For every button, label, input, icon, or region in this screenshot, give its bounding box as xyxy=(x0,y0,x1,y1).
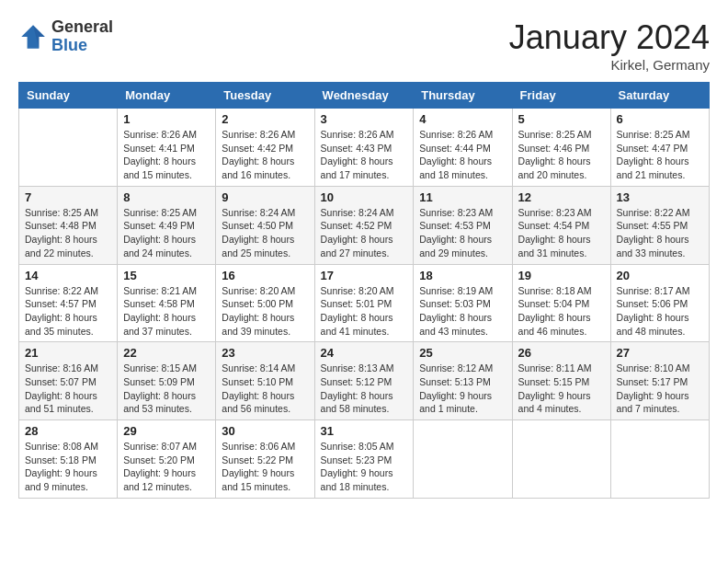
calendar-cell: 19Sunrise: 8:18 AM Sunset: 5:04 PM Dayli… xyxy=(512,264,610,342)
calendar-cell: 13Sunrise: 8:22 AM Sunset: 4:55 PM Dayli… xyxy=(610,186,709,264)
day-number: 19 xyxy=(518,269,605,282)
calendar-cell: 23Sunrise: 8:14 AM Sunset: 5:10 PM Dayli… xyxy=(216,342,314,420)
calendar-cell: 6Sunrise: 8:25 AM Sunset: 4:47 PM Daylig… xyxy=(610,109,709,187)
day-number: 31 xyxy=(321,424,408,438)
day-number: 9 xyxy=(222,190,308,204)
month-title: January 2024 xyxy=(509,18,710,57)
day-info: Sunrise: 8:23 AM Sunset: 4:54 PM Dayligh… xyxy=(518,206,605,260)
logo: General Blue xyxy=(18,18,113,55)
day-info: Sunrise: 8:25 AM Sunset: 4:46 PM Dayligh… xyxy=(518,128,605,182)
calendar-cell: 2Sunrise: 8:26 AM Sunset: 4:42 PM Daylig… xyxy=(216,109,314,187)
day-info: Sunrise: 8:11 AM Sunset: 5:15 PM Dayligh… xyxy=(518,362,605,416)
calendar-cell: 20Sunrise: 8:17 AM Sunset: 5:06 PM Dayli… xyxy=(610,264,709,342)
day-info: Sunrise: 8:23 AM Sunset: 4:53 PM Dayligh… xyxy=(419,206,506,260)
day-number: 11 xyxy=(419,190,506,204)
calendar-cell: 9Sunrise: 8:24 AM Sunset: 4:50 PM Daylig… xyxy=(216,186,314,264)
day-number: 6 xyxy=(617,112,703,126)
day-info: Sunrise: 8:07 AM Sunset: 5:20 PM Dayligh… xyxy=(123,440,210,494)
day-info: Sunrise: 8:08 AM Sunset: 5:18 PM Dayligh… xyxy=(25,440,111,494)
calendar-cell: 11Sunrise: 8:23 AM Sunset: 4:53 PM Dayli… xyxy=(414,186,512,264)
day-number: 1 xyxy=(123,112,210,126)
page-header: General Blue January 2024 Kirkel, German… xyxy=(18,18,710,73)
day-info: Sunrise: 8:25 AM Sunset: 4:47 PM Dayligh… xyxy=(617,128,703,182)
logo-general-text: General xyxy=(51,18,113,37)
calendar-cell: 28Sunrise: 8:08 AM Sunset: 5:18 PM Dayli… xyxy=(19,420,118,499)
calendar-cell: 1Sunrise: 8:26 AM Sunset: 4:41 PM Daylig… xyxy=(118,109,216,187)
day-number: 10 xyxy=(321,190,408,204)
day-info: Sunrise: 8:26 AM Sunset: 4:42 PM Dayligh… xyxy=(222,128,308,182)
day-number: 12 xyxy=(518,190,605,204)
calendar-cell: 17Sunrise: 8:20 AM Sunset: 5:01 PM Dayli… xyxy=(314,264,414,342)
day-info: Sunrise: 8:22 AM Sunset: 4:57 PM Dayligh… xyxy=(25,284,111,339)
calendar-cell: 10Sunrise: 8:24 AM Sunset: 4:52 PM Dayli… xyxy=(314,186,414,264)
title-block: January 2024 Kirkel, Germany xyxy=(509,18,710,73)
calendar-cell: 31Sunrise: 8:05 AM Sunset: 5:23 PM Dayli… xyxy=(314,420,414,499)
weekday-header: Tuesday xyxy=(216,83,314,109)
calendar-cell: 16Sunrise: 8:20 AM Sunset: 5:00 PM Dayli… xyxy=(216,264,314,342)
day-info: Sunrise: 8:10 AM Sunset: 5:17 PM Dayligh… xyxy=(617,362,703,416)
calendar-cell: 25Sunrise: 8:12 AM Sunset: 5:13 PM Dayli… xyxy=(414,342,512,420)
calendar-cell: 7Sunrise: 8:25 AM Sunset: 4:48 PM Daylig… xyxy=(19,186,118,264)
calendar-cell: 21Sunrise: 8:16 AM Sunset: 5:07 PM Dayli… xyxy=(19,342,118,420)
day-number: 3 xyxy=(321,112,408,126)
day-number: 22 xyxy=(123,346,210,360)
weekday-header: Saturday xyxy=(610,83,709,109)
calendar-cell: 5Sunrise: 8:25 AM Sunset: 4:46 PM Daylig… xyxy=(512,109,610,187)
day-number: 29 xyxy=(123,424,210,438)
day-info: Sunrise: 8:14 AM Sunset: 5:10 PM Dayligh… xyxy=(222,362,308,416)
day-number: 28 xyxy=(25,424,111,438)
day-info: Sunrise: 8:26 AM Sunset: 4:41 PM Dayligh… xyxy=(123,128,210,182)
calendar-cell xyxy=(610,420,709,499)
calendar-week-row: 7Sunrise: 8:25 AM Sunset: 4:48 PM Daylig… xyxy=(19,186,710,264)
day-info: Sunrise: 8:15 AM Sunset: 5:09 PM Dayligh… xyxy=(123,362,210,416)
day-number: 30 xyxy=(222,424,308,438)
calendar-week-row: 28Sunrise: 8:08 AM Sunset: 5:18 PM Dayli… xyxy=(19,420,710,499)
day-info: Sunrise: 8:21 AM Sunset: 4:58 PM Dayligh… xyxy=(123,284,210,339)
day-number: 2 xyxy=(222,112,308,126)
weekday-header-row: SundayMondayTuesdayWednesdayThursdayFrid… xyxy=(19,83,710,109)
location-text: Kirkel, Germany xyxy=(509,57,710,73)
day-number: 18 xyxy=(419,269,506,282)
calendar-cell: 30Sunrise: 8:06 AM Sunset: 5:22 PM Dayli… xyxy=(216,420,314,499)
weekday-header: Thursday xyxy=(414,83,512,109)
calendar-table: SundayMondayTuesdayWednesdayThursdayFrid… xyxy=(18,82,710,499)
day-number: 15 xyxy=(123,269,210,282)
day-number: 17 xyxy=(321,269,408,282)
day-info: Sunrise: 8:20 AM Sunset: 5:01 PM Dayligh… xyxy=(321,284,408,339)
weekday-header: Monday xyxy=(118,83,216,109)
day-info: Sunrise: 8:17 AM Sunset: 5:06 PM Dayligh… xyxy=(617,284,703,339)
calendar-cell: 15Sunrise: 8:21 AM Sunset: 4:58 PM Dayli… xyxy=(118,264,216,342)
calendar-cell xyxy=(414,420,512,499)
calendar-week-row: 14Sunrise: 8:22 AM Sunset: 4:57 PM Dayli… xyxy=(19,264,710,342)
calendar-cell: 22Sunrise: 8:15 AM Sunset: 5:09 PM Dayli… xyxy=(118,342,216,420)
day-number: 5 xyxy=(518,112,605,126)
logo-icon xyxy=(18,22,48,52)
day-info: Sunrise: 8:24 AM Sunset: 4:50 PM Dayligh… xyxy=(222,206,308,260)
day-number: 21 xyxy=(25,346,111,360)
day-info: Sunrise: 8:05 AM Sunset: 5:23 PM Dayligh… xyxy=(321,440,408,494)
day-number: 8 xyxy=(123,190,210,204)
logo-blue-text: Blue xyxy=(51,37,113,55)
day-info: Sunrise: 8:12 AM Sunset: 5:13 PM Dayligh… xyxy=(419,362,506,416)
calendar-cell: 18Sunrise: 8:19 AM Sunset: 5:03 PM Dayli… xyxy=(414,264,512,342)
day-number: 26 xyxy=(518,346,605,360)
day-info: Sunrise: 8:26 AM Sunset: 4:43 PM Dayligh… xyxy=(321,128,408,182)
calendar-cell: 4Sunrise: 8:26 AM Sunset: 4:44 PM Daylig… xyxy=(414,109,512,187)
calendar-cell: 24Sunrise: 8:13 AM Sunset: 5:12 PM Dayli… xyxy=(314,342,414,420)
day-info: Sunrise: 8:16 AM Sunset: 5:07 PM Dayligh… xyxy=(25,362,111,416)
day-number: 16 xyxy=(222,269,308,282)
day-number: 20 xyxy=(617,269,703,282)
calendar-cell xyxy=(512,420,610,499)
calendar-week-row: 1Sunrise: 8:26 AM Sunset: 4:41 PM Daylig… xyxy=(19,109,710,187)
day-info: Sunrise: 8:20 AM Sunset: 5:00 PM Dayligh… xyxy=(222,284,308,339)
weekday-header: Friday xyxy=(512,83,610,109)
day-info: Sunrise: 8:25 AM Sunset: 4:49 PM Dayligh… xyxy=(123,206,210,260)
day-number: 23 xyxy=(222,346,308,360)
calendar-cell: 14Sunrise: 8:22 AM Sunset: 4:57 PM Dayli… xyxy=(19,264,118,342)
weekday-header: Sunday xyxy=(19,83,118,109)
day-info: Sunrise: 8:18 AM Sunset: 5:04 PM Dayligh… xyxy=(518,284,605,339)
calendar-cell: 27Sunrise: 8:10 AM Sunset: 5:17 PM Dayli… xyxy=(610,342,709,420)
calendar-cell: 8Sunrise: 8:25 AM Sunset: 4:49 PM Daylig… xyxy=(118,186,216,264)
day-number: 24 xyxy=(321,346,408,360)
day-info: Sunrise: 8:24 AM Sunset: 4:52 PM Dayligh… xyxy=(321,206,408,260)
